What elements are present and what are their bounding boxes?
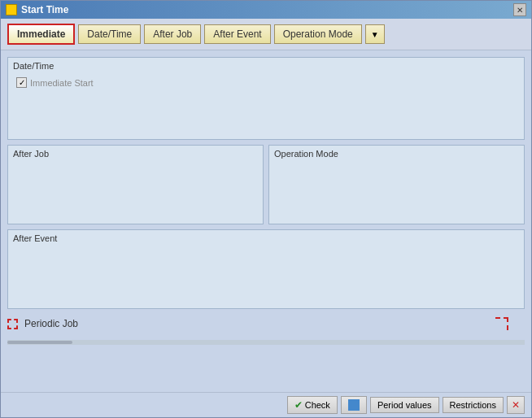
- scrollbar[interactable]: [7, 340, 525, 345]
- scrollbar-thumb[interactable]: [7, 341, 72, 344]
- immediate-start-row: ✓ Immediate Start: [13, 77, 519, 88]
- main-window: Start Time ✕ Immediate Date/Time After J…: [0, 0, 532, 418]
- extra-tab-icon: ▼: [371, 30, 379, 39]
- extra-tab-button[interactable]: ▼: [365, 24, 385, 44]
- check-label: Check: [305, 400, 330, 410]
- window-title: Start Time: [21, 4, 68, 15]
- datetime-panel-label: Date/Time: [13, 61, 519, 71]
- periodic-job-row: Periodic Job: [7, 314, 525, 333]
- period-values-button[interactable]: Period values: [370, 397, 439, 413]
- restrictions-label: Restrictions: [450, 400, 496, 410]
- middle-panels-row: After Job Operation Mode: [7, 145, 525, 224]
- period-values-label: Period values: [377, 400, 432, 410]
- cancel-icon: ✕: [512, 399, 520, 411]
- operationmode-panel-inner: [274, 162, 519, 219]
- content-area: Date/Time ✓ Immediate Start After Job Op…: [1, 50, 531, 392]
- operationmode-panel-label: Operation Mode: [274, 149, 519, 159]
- toolbar: Immediate Date/Time After Job After Even…: [1, 19, 531, 50]
- operationmode-panel: Operation Mode: [268, 145, 525, 224]
- check-icon: ✔: [294, 399, 303, 411]
- periodic-job-checkbox[interactable]: [7, 319, 18, 329]
- check-button[interactable]: ✔ Check: [287, 396, 338, 414]
- tab-datetime[interactable]: Date/Time: [78, 24, 141, 44]
- tab-operationmode[interactable]: Operation Mode: [274, 24, 362, 44]
- afterjob-panel: After Job: [7, 145, 264, 224]
- immediate-start-label: Immediate Start: [30, 78, 94, 88]
- afterjob-panel-label: After Job: [13, 149, 258, 159]
- afterevent-panel-label: After Event: [13, 233, 519, 243]
- tab-immediate[interactable]: Immediate: [7, 24, 75, 45]
- title-bar: Start Time ✕: [1, 1, 531, 19]
- close-button[interactable]: ✕: [513, 3, 526, 16]
- afterevent-panel-inner: [13, 246, 519, 303]
- afterevent-panel: After Event: [7, 229, 525, 309]
- bottom-bar: ✔ Check Period values Restrictions ✕: [1, 392, 531, 417]
- immediate-start-checkbox[interactable]: ✓: [16, 77, 27, 88]
- tab-afterevent[interactable]: After Event: [204, 24, 270, 44]
- window-icon: [6, 4, 17, 15]
- restrictions-button[interactable]: Restrictions: [443, 397, 504, 413]
- afterjob-panel-inner: [13, 162, 258, 219]
- datetime-panel-inner: ✓ Immediate Start: [13, 77, 519, 134]
- cancel-button[interactable]: ✕: [507, 396, 525, 414]
- periodic-job-label: Periodic Job: [24, 318, 78, 329]
- periodic-bracket-icon: [495, 317, 508, 330]
- datetime-panel: Date/Time ✓ Immediate Start: [7, 57, 525, 140]
- tab-afterjob[interactable]: After Job: [144, 24, 201, 44]
- save-button[interactable]: [341, 396, 367, 414]
- save-icon: [348, 399, 360, 411]
